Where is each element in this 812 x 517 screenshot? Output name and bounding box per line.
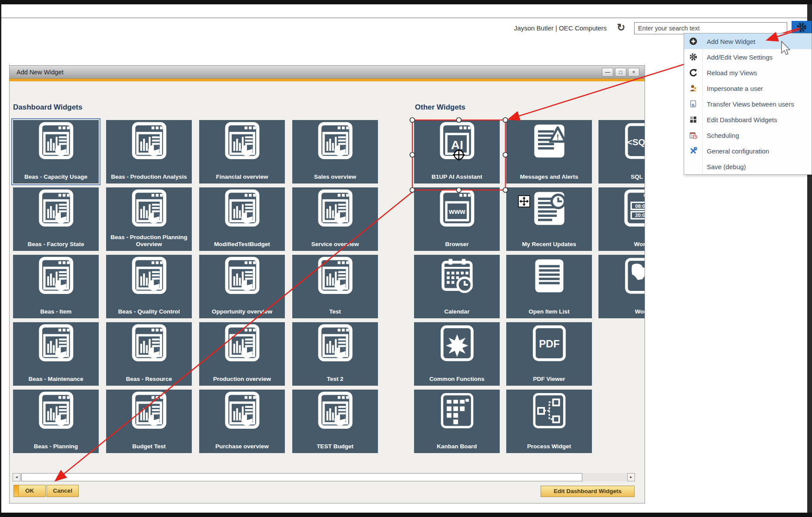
widget-tile[interactable]: TEST Budget: [292, 390, 378, 453]
widget-tile-label: Beas - Item: [16, 308, 96, 315]
window-frame-left: [0, 4, 1, 517]
chart-icon: [219, 391, 266, 433]
app-window: Jayson Butler | OEC Computers ↻ Add New …: [0, 0, 812, 517]
cancel-button[interactable]: Cancel: [47, 485, 79, 497]
sql-icon: <SQL>: [618, 122, 645, 163]
pdf-icon: PDF: [526, 324, 573, 366]
widget-tile[interactable]: Beas - Item: [13, 255, 99, 318]
minimize-button[interactable]: —: [602, 68, 613, 77]
menu-item-label: Save (debug): [702, 163, 746, 170]
widget-tile[interactable]: Kanban Board: [414, 390, 500, 453]
search-input[interactable]: [634, 22, 787, 34]
svg-text:AI: AI: [451, 138, 463, 152]
widget-tile[interactable]: Calendar: [414, 255, 500, 318]
widget-tile[interactable]: wwwBrowser: [414, 187, 500, 251]
widget-tile[interactable]: 08:00 20:00Work: [598, 187, 645, 251]
widget-tile[interactable]: Beas - Production Planning Overview: [106, 187, 192, 251]
tools-icon: [684, 147, 702, 155]
widget-tile-label: Beas - Production Analysis: [109, 173, 189, 180]
widget-tile[interactable]: Beas - Factory State: [13, 187, 99, 251]
widget-tile[interactable]: Production overview: [199, 322, 285, 386]
widget-tile-label: Sales overview: [295, 173, 375, 180]
current-user-label: Jayson Butler | OEC Computers: [514, 24, 607, 32]
widget-tile[interactable]: My Recent Updates: [506, 187, 592, 251]
widget-tile[interactable]: Worl: [598, 255, 645, 318]
widget-tile-label: Messages and Alerts: [509, 173, 589, 180]
menu-item-label: Reload my Views: [702, 69, 757, 77]
widget-tile[interactable]: Beas - Planning: [13, 390, 99, 453]
menu-item-add-new-widget[interactable]: Add New Widget: [684, 33, 812, 49]
menu-item-label: Impersonate a user: [702, 85, 763, 92]
menu-item-save-debug-[interactable]: Save (debug): [684, 159, 812, 174]
widget-tile[interactable]: Service overview: [292, 187, 378, 251]
widget-tile[interactable]: !Messages and Alerts: [506, 120, 592, 183]
widget-tile[interactable]: ModifiedTestBudget: [199, 187, 285, 251]
close-button[interactable]: ×: [628, 68, 639, 77]
menu-item-label: Edit Dashboard Widgets: [702, 116, 777, 123]
dialog-titlebar[interactable]: Add New Widget: [10, 66, 645, 79]
window-frame-bottom: [0, 513, 812, 517]
gear-icon: [684, 53, 702, 61]
widget-tile[interactable]: Opportunity overview: [199, 255, 285, 318]
widget-tile[interactable]: Common Functions: [414, 322, 500, 386]
world-icon: [618, 257, 645, 298]
widget-tile[interactable]: Beas - Quality Control: [106, 255, 192, 318]
chart-icon: [33, 324, 80, 366]
widget-tile-label: Beas - Production Planning Overview: [109, 234, 189, 248]
widget-tile-label: Purchase overview: [202, 443, 282, 450]
widget-tile-label: SQL Re: [601, 173, 645, 180]
widget-tile[interactable]: Process Widget: [506, 390, 592, 453]
widget-tile[interactable]: Open Item List: [506, 255, 592, 318]
widget-tile[interactable]: Beas - Production Analysis: [106, 120, 192, 183]
widget-tile[interactable]: Financial overview: [199, 120, 285, 183]
menu-item-reload-my-views[interactable]: Reload my Views: [684, 65, 812, 80]
chart-icon: [219, 324, 266, 366]
menu-item-add-edit-view-settings[interactable]: Add/Edit View Settings: [684, 49, 812, 65]
widget-tile[interactable]: <SQL>SQL Re: [598, 120, 645, 183]
calendar-icon: [434, 257, 481, 298]
updates-icon: [526, 189, 573, 231]
widget-tile-label: TEST Budget: [295, 443, 375, 450]
edit-dashboard-widgets-button[interactable]: Edit Dashboard Widgets: [541, 486, 635, 497]
svg-text:PDF: PDF: [539, 338, 560, 350]
widget-tile-label: Beas - Factory State: [16, 241, 96, 248]
widget-tile-label: Common Functions: [417, 376, 497, 383]
widget-tile-label: Test: [295, 308, 375, 315]
ok-button[interactable]: OK: [13, 485, 46, 497]
menu-item-scheduling[interactable]: Scheduling: [684, 127, 812, 143]
dialog-gold-stripe: [10, 79, 645, 81]
maximize-button[interactable]: □: [615, 68, 626, 77]
widget-tile[interactable]: Budget Test: [106, 390, 192, 453]
hscrollbar-left-arrow[interactable]: ◄: [13, 473, 20, 481]
menu-item-edit-dashboard-widgets[interactable]: Edit Dashboard Widgets: [684, 112, 812, 127]
widget-tile[interactable]: AIB1UP AI Assistant: [414, 120, 500, 183]
doc-transfer-icon: [684, 100, 702, 108]
menu-item-label: General configuration: [702, 147, 769, 155]
svg-text:20:00: 20:00: [635, 213, 645, 218]
svg-text:08:00: 08:00: [635, 203, 645, 209]
widget-tile-label: Beas - Capacity Usage: [16, 173, 96, 180]
alerts-icon: !: [526, 122, 573, 163]
widget-tile[interactable]: Purchase overview: [199, 390, 285, 453]
chart-icon: [312, 257, 359, 298]
widget-tile-label: Beas - Maintenance: [16, 376, 96, 383]
widget-tile[interactable]: Beas - Maintenance: [13, 322, 99, 386]
widget-tile[interactable]: Sales overview: [292, 120, 378, 183]
widget-tile[interactable]: PDFPDF Viewer: [506, 322, 592, 386]
chart-icon: [219, 257, 266, 298]
chart-icon: [312, 391, 359, 433]
widget-tile[interactable]: Beas - Resource: [106, 322, 192, 386]
chart-icon: [126, 257, 173, 298]
menu-item-general-configuration[interactable]: General configuration: [684, 143, 812, 159]
chart-icon: [126, 122, 173, 163]
refresh-icon[interactable]: ↻: [615, 21, 627, 34]
settings-dropdown-menu: Add New WidgetAdd/Edit View SettingsRelo…: [684, 33, 812, 175]
menu-item-impersonate-a-user[interactable]: Impersonate a user: [684, 80, 812, 96]
widget-tile[interactable]: Test: [292, 255, 378, 318]
hscrollbar-right-arrow[interactable]: ►: [627, 473, 635, 481]
hscrollbar-thumb[interactable]: [21, 473, 582, 481]
widget-tile[interactable]: Test 2: [292, 322, 378, 386]
widget-tile[interactable]: Beas - Capacity Usage: [13, 120, 99, 183]
chart-icon: [33, 189, 80, 231]
menu-item-transfer-views-between-users[interactable]: Transfer Views between users: [684, 96, 812, 112]
